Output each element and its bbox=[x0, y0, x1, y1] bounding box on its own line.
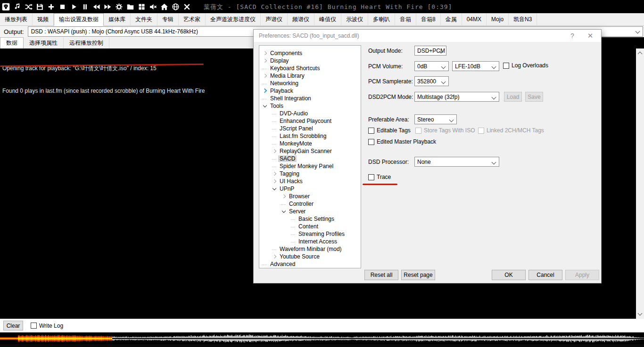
dsd2pcm-mode-combo[interactable]: Multistage (32fp) bbox=[414, 92, 499, 102]
layout-grid-icon[interactable] bbox=[137, 2, 146, 11]
tree-item[interactable]: UI Hacks bbox=[259, 178, 361, 185]
tree-item[interactable]: Keyboard Shortcuts bbox=[259, 65, 361, 72]
console-tab[interactable]: 数据 bbox=[0, 37, 24, 48]
chevron-right-icon[interactable] bbox=[262, 50, 268, 56]
chevron-down-icon[interactable] bbox=[272, 186, 277, 192]
chevron-right-icon[interactable] bbox=[272, 171, 277, 177]
shuffle-icon[interactable] bbox=[24, 2, 33, 11]
main-tab[interactable]: 视频 bbox=[33, 13, 54, 25]
load-button[interactable]: Load bbox=[504, 92, 522, 102]
tree-item[interactable]: UPnP bbox=[259, 185, 361, 193]
main-tab[interactable]: 全声道波形进度仪 bbox=[206, 13, 261, 25]
tree-item[interactable]: Internet Access bbox=[259, 238, 361, 245]
main-tab[interactable]: 凯音N3 bbox=[509, 13, 537, 25]
main-tab[interactable]: 艺术家 bbox=[179, 13, 206, 25]
reset-all-button[interactable]: Reset all bbox=[364, 270, 398, 280]
editable-tags-checkbox[interactable] bbox=[368, 128, 374, 134]
chevron-down-icon[interactable] bbox=[281, 209, 287, 214]
tree-item[interactable]: Spider Monkey Panel bbox=[259, 162, 361, 170]
folder-icon[interactable] bbox=[126, 2, 135, 11]
log-overloads-checkbox[interactable] bbox=[503, 63, 509, 69]
edited-master-checkbox[interactable] bbox=[368, 139, 374, 145]
foobar-logo-icon[interactable] bbox=[1, 2, 10, 11]
lfe-combo[interactable]: LFE-10dB bbox=[452, 61, 499, 71]
settings-gear-icon[interactable] bbox=[115, 2, 124, 11]
save-icon[interactable] bbox=[35, 2, 44, 11]
tree-item[interactable]: Networking bbox=[259, 80, 361, 87]
music-note-icon[interactable] bbox=[13, 2, 22, 11]
tree-item[interactable]: SACD bbox=[259, 155, 361, 162]
rewind-icon[interactable] bbox=[92, 2, 101, 11]
chevron-right-icon[interactable] bbox=[272, 148, 277, 154]
main-tab[interactable]: 峰值仪 bbox=[314, 13, 341, 25]
tree-item[interactable]: Tools bbox=[259, 102, 361, 110]
tree-item[interactable]: Components bbox=[259, 49, 361, 57]
console-tab[interactable]: 选择项属性 bbox=[24, 37, 64, 48]
close-button[interactable]: ✕ bbox=[582, 30, 598, 42]
tree-item[interactable]: Media Library bbox=[259, 72, 361, 80]
tree-item[interactable]: Shell Integration bbox=[259, 95, 361, 102]
main-tab[interactable]: 频谱仪 bbox=[288, 13, 314, 25]
apply-button[interactable]: Apply bbox=[565, 270, 599, 280]
scroll-down-icon[interactable] bbox=[638, 311, 643, 316]
main-tab[interactable]: 输出设置及数据 bbox=[54, 13, 104, 26]
main-tab[interactable]: 声谱仪 bbox=[261, 13, 288, 25]
tree-item[interactable]: Enhanced Playcount bbox=[259, 117, 361, 125]
add-icon[interactable] bbox=[47, 2, 56, 11]
pcm-samplerate-combo[interactable]: 352800 bbox=[414, 76, 449, 86]
cancel-button[interactable]: Cancel bbox=[528, 270, 562, 280]
play-icon[interactable] bbox=[69, 2, 78, 11]
volume-mute-icon[interactable] bbox=[149, 2, 157, 11]
output-mode-combo[interactable]: DSD+PCM bbox=[414, 46, 446, 56]
chevron-right-icon[interactable] bbox=[272, 178, 277, 184]
main-tab[interactable]: 示波仪 bbox=[341, 13, 368, 25]
chevron-right-icon[interactable] bbox=[262, 73, 268, 79]
console-tab[interactable]: 远程播放控制 bbox=[64, 37, 109, 48]
tree-item[interactable]: Server bbox=[259, 208, 361, 215]
chevron-right-icon[interactable] bbox=[262, 58, 268, 64]
tree-item[interactable]: Youtube Source bbox=[259, 253, 361, 260]
pause-icon[interactable] bbox=[81, 2, 90, 11]
tree-item[interactable]: Basic Settings bbox=[259, 215, 361, 223]
dsd-processor-combo[interactable]: None bbox=[414, 157, 499, 167]
main-tab[interactable]: 金属 bbox=[441, 13, 462, 25]
tree-item[interactable]: Last.fm Scrobbling bbox=[259, 132, 361, 140]
main-tab[interactable]: Mojo bbox=[487, 13, 509, 25]
chevron-right-icon[interactable] bbox=[262, 88, 268, 94]
main-tab[interactable]: 文件夹 bbox=[131, 13, 157, 25]
tree-item[interactable]: Waveform Minibar (mod) bbox=[259, 245, 361, 253]
tree-item[interactable]: Advanced bbox=[259, 260, 361, 268]
chevron-right-icon[interactable] bbox=[281, 194, 287, 199]
globe-icon[interactable] bbox=[171, 2, 180, 11]
tree-item[interactable]: Display bbox=[259, 57, 361, 65]
dialog-titlebar[interactable]: Preferences: SACD (foo_input_sacd.dll) ?… bbox=[254, 30, 601, 42]
chevron-down-icon[interactable] bbox=[262, 103, 268, 109]
close-icon[interactable] bbox=[182, 2, 191, 11]
save-button[interactable]: Save bbox=[525, 92, 543, 102]
main-tab[interactable]: 多喇叭 bbox=[368, 13, 395, 25]
tree-item[interactable]: Playback bbox=[259, 87, 361, 95]
home-icon[interactable] bbox=[160, 2, 169, 11]
trace-checkbox[interactable] bbox=[368, 174, 374, 180]
preferable-area-combo[interactable]: Stereo bbox=[414, 114, 457, 124]
tree-item[interactable]: Tagging bbox=[259, 170, 361, 178]
write-log-checkbox[interactable] bbox=[31, 323, 37, 329]
clear-button[interactable]: Clear bbox=[3, 321, 23, 331]
scroll-up-icon[interactable] bbox=[638, 52, 643, 56]
console-scrollbar[interactable] bbox=[636, 48, 644, 319]
waveform-seekbar[interactable] bbox=[0, 332, 644, 344]
main-tab[interactable]: 媒体库 bbox=[104, 13, 131, 25]
reset-page-button[interactable]: Reset page bbox=[401, 270, 435, 280]
tree-item[interactable]: JScript Panel bbox=[259, 125, 361, 132]
tree-item[interactable]: Streaming Profiles bbox=[259, 230, 361, 238]
main-tab[interactable]: 音箱 bbox=[395, 13, 416, 25]
tree-item[interactable]: DVD-Audio bbox=[259, 110, 361, 117]
tree-item[interactable]: Content bbox=[259, 223, 361, 230]
stop-icon[interactable] bbox=[58, 2, 67, 11]
chevron-right-icon[interactable] bbox=[272, 254, 277, 259]
main-tab[interactable]: 音箱8 bbox=[416, 13, 441, 25]
pcm-volume-combo[interactable]: 0dB bbox=[414, 61, 449, 71]
main-tab[interactable]: 播放列表 bbox=[0, 13, 33, 25]
tree-item[interactable]: ReplayGain Scanner bbox=[259, 147, 361, 155]
tree-item[interactable]: Browser bbox=[259, 193, 361, 200]
